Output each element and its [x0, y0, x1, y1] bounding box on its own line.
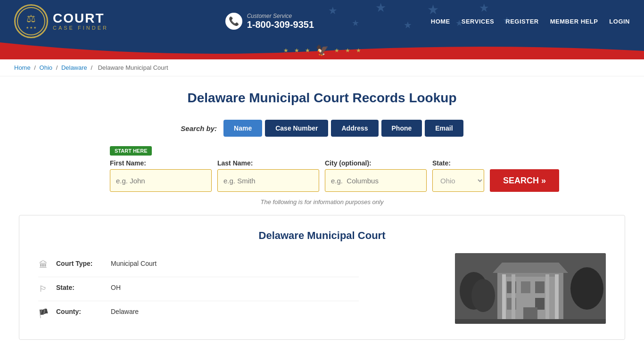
- breadcrumb-delaware[interactable]: Delaware: [61, 64, 87, 71]
- search-button[interactable]: SEARCH »: [490, 169, 559, 192]
- breadcrumb-ohio[interactable]: Ohio: [40, 64, 52, 71]
- last-name-label: Last Name:: [217, 159, 319, 167]
- star-right-2: ★: [345, 47, 350, 54]
- tab-phone[interactable]: Phone: [381, 120, 422, 137]
- search-by-label: Search by:: [181, 124, 217, 132]
- court-state-icon: 🏳: [38, 284, 49, 294]
- breadcrumb-current: Delaware Municipal Court: [98, 64, 168, 71]
- svg-text:★: ★: [352, 18, 359, 28]
- svg-text:★: ★: [404, 20, 412, 30]
- phone-text: Customer Service 1-800-309-9351: [247, 13, 314, 30]
- breadcrumb-sep-2: /: [56, 64, 59, 71]
- tab-name[interactable]: Name: [223, 120, 262, 137]
- court-building-svg: [455, 253, 606, 324]
- customer-service-label: Customer Service: [247, 13, 314, 19]
- court-image: [455, 253, 606, 324]
- last-name-group: Last Name:: [217, 159, 319, 192]
- svg-rect-16: [535, 281, 545, 293]
- court-county-icon: 🏴: [38, 308, 49, 319]
- logo-inner: ⚖ ★ ★ ★: [17, 7, 45, 35]
- svg-point-10: [570, 267, 603, 310]
- phone-area: 📞 Customer Service 1-800-309-9351: [225, 13, 314, 30]
- city-input[interactable]: [325, 169, 427, 192]
- wave-divider: ★ ★ ★ 🦅 ★ ★ ★: [0, 42, 644, 59]
- page-title: Delaware Municipal Court Records Lookup: [19, 90, 625, 106]
- site-header: ★ ★ ★ ★ ★ ★ ★ ★ ⚖ ★ ★ ★ COURT CASE FINDE…: [0, 0, 644, 42]
- logo-icon: ⚖: [26, 13, 36, 25]
- svg-rect-20: [502, 274, 506, 319]
- logo-text-area: COURT CASE FINDER: [53, 12, 108, 31]
- state-group: State: Ohio Alabama Alaska Arizona Arkan…: [432, 159, 484, 192]
- svg-text:★: ★: [479, 1, 489, 14]
- nav-login[interactable]: LOGIN: [609, 18, 630, 25]
- breadcrumb-sep-1: /: [34, 64, 37, 71]
- star-left-3: ★: [305, 47, 310, 54]
- court-type-value: Municipal Court: [111, 260, 157, 267]
- svg-text:★: ★: [328, 5, 338, 16]
- nav-services[interactable]: SERVICES: [462, 18, 495, 25]
- court-image-inner: [455, 253, 606, 324]
- start-here-badge: START HERE: [110, 146, 152, 156]
- first-name-group: First Name:: [110, 159, 212, 192]
- tab-address[interactable]: Address: [331, 120, 378, 137]
- svg-text:★: ★: [427, 2, 439, 17]
- court-state-row: 🏳 State: OH: [38, 277, 359, 301]
- logo-circle: ⚖ ★ ★ ★: [14, 4, 48, 38]
- svg-text:★: ★: [375, 0, 386, 15]
- eagle-icon: 🦅: [316, 44, 329, 57]
- last-name-input[interactable]: [217, 169, 319, 192]
- svg-rect-23: [555, 274, 559, 319]
- main-content: Delaware Municipal Court Records Lookup …: [0, 76, 644, 354]
- breadcrumb-home[interactable]: Home: [14, 64, 31, 71]
- breadcrumb-sep-3: /: [91, 64, 94, 71]
- city-group: City (optional):: [325, 159, 427, 192]
- star-left-1: ★: [283, 47, 289, 54]
- svg-rect-21: [512, 274, 515, 319]
- search-by-row: Search by: Name Case Number Address Phon…: [19, 120, 625, 137]
- breadcrumb: Home / Ohio / Delaware / Delaware Munici…: [0, 59, 644, 76]
- nav-home[interactable]: HOME: [431, 18, 450, 25]
- tab-email[interactable]: Email: [425, 120, 463, 137]
- eagle-stars-row: ★ ★ ★ 🦅 ★ ★ ★: [283, 44, 361, 57]
- state-select[interactable]: Ohio Alabama Alaska Arizona Arkansas Cal…: [432, 169, 484, 192]
- nav-register[interactable]: REGISTER: [505, 18, 538, 25]
- first-name-label: First Name:: [110, 159, 212, 167]
- court-state-label: State:: [56, 284, 103, 291]
- logo-court-text: COURT: [53, 12, 108, 25]
- phone-icon: 📞: [225, 13, 242, 30]
- court-details: 🏛 Court Type: Municipal Court 🏳 State: O…: [38, 253, 436, 325]
- info-note: The following is for information purpose…: [110, 198, 534, 206]
- svg-rect-15: [521, 281, 530, 293]
- city-label: City (optional):: [325, 159, 427, 167]
- court-county-row: 🏴 County: Delaware: [38, 301, 359, 325]
- svg-point-11: [471, 279, 495, 312]
- court-card-title: Delaware Municipal Court: [38, 230, 606, 242]
- star-right-1: ★: [334, 47, 339, 54]
- first-name-input[interactable]: [110, 169, 212, 192]
- svg-rect-25: [455, 319, 606, 324]
- court-state-value: OH: [111, 284, 121, 291]
- search-form-row: First Name: Last Name: City (optional): …: [110, 159, 534, 192]
- tab-case-number[interactable]: Case Number: [265, 120, 328, 137]
- court-card: Delaware Municipal Court 🏛 Court Type: M…: [19, 215, 625, 340]
- state-label: State:: [432, 159, 484, 167]
- court-type-label: Court Type:: [56, 260, 103, 267]
- court-content: 🏛 Court Type: Municipal Court 🏳 State: O…: [38, 253, 606, 325]
- logo-case-finder-text: CASE FINDER: [53, 25, 108, 31]
- phone-number: 1-800-309-9351: [247, 19, 314, 30]
- court-county-value: Delaware: [111, 308, 139, 315]
- svg-marker-24: [493, 263, 568, 273]
- star-right-3: ★: [356, 47, 361, 54]
- star-left-2: ★: [294, 47, 299, 54]
- court-type-icon: 🏛: [38, 260, 49, 270]
- court-type-row: 🏛 Court Type: Municipal Court: [38, 253, 359, 277]
- svg-rect-22: [545, 274, 549, 319]
- nav-member-help[interactable]: MEMBER HELP: [550, 18, 598, 25]
- court-county-label: County:: [56, 308, 103, 315]
- logo-area[interactable]: ⚖ ★ ★ ★ COURT CASE FINDER: [14, 4, 108, 38]
- main-nav: HOME SERVICES REGISTER MEMBER HELP LOGIN: [431, 18, 630, 25]
